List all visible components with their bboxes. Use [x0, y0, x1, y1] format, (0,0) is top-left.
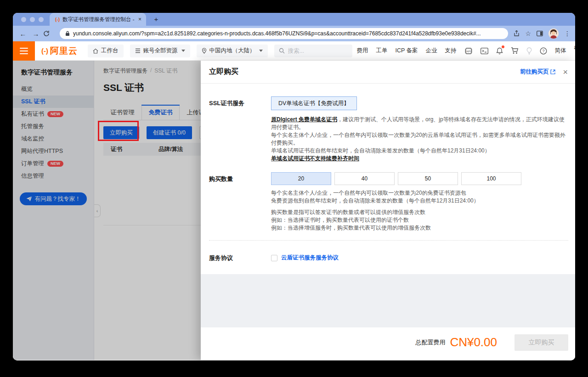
account-username: ali110508 [574, 44, 575, 51]
console-content: 数字证书管理服务 概览 SSL 证书 私有证书NEW 托管服务 域名监控 网站代… [13, 61, 575, 360]
close-window-button[interactable] [21, 17, 26, 22]
url-bar[interactable]: yundun.console.aliyun.com/?spm=a2c1d.825… [60, 28, 508, 39]
external-link-icon [550, 69, 555, 74]
browser-menu-icon[interactable]: ⋮ [564, 30, 571, 37]
quantity-note-3: 购买数量是指可以签发证书的数量或者可以提供的增值服务次数 [271, 208, 521, 216]
account-info[interactable]: ali110508 主账号 [574, 44, 575, 57]
digicert-link[interactable]: 原DIgicert 免费单域名证书 [271, 116, 337, 123]
aliyun-logo[interactable]: (-) 阿里云 [35, 45, 82, 57]
desc-line-3: 单域名试用证书在自然年结束时，会自动清除未签发的数量（每个自然年12月31日24… [271, 147, 568, 155]
zoom-window-button[interactable] [39, 17, 44, 22]
close-tab-icon[interactable]: × [137, 16, 142, 23]
share-icon[interactable] [514, 30, 520, 37]
go-to-buy-page-link[interactable]: 前往购买页 [520, 68, 556, 76]
region-selector-dropdown[interactable]: 中国内地（大陆） [197, 45, 268, 57]
resources-label: 账号全部资源 [143, 47, 178, 55]
nav-enterprise-link[interactable]: 企业 [426, 47, 437, 55]
quantity-notes: 每个实名主体个人/企业，一个自然年内可以领取一次数量为20的免费证书资源包 免费… [271, 189, 521, 232]
browser-window: (-) 数字证书管理服务管理控制台 - S × + ← → yundun.con… [13, 13, 575, 360]
quantity-option-50[interactable]: 50 [398, 172, 458, 185]
language-switch[interactable]: 简体 [555, 47, 566, 55]
cloudshell-terminal-icon[interactable] [481, 48, 488, 54]
svg-text:API: API [466, 50, 470, 52]
workbench-button[interactable]: 工作台 [88, 45, 124, 57]
buy-now-drawer: 立即购买 前往购买页 × SSL证书服务 DV单域名证书【免费试用】 [201, 61, 575, 360]
minimize-window-button[interactable] [30, 17, 35, 22]
quantity-note-5: 例如：当选择增值服务时，购买数量代表可以使用的增值服务次数 [271, 224, 521, 232]
agreement-link[interactable]: 云盾证书服务服务协议 [281, 254, 339, 262]
notification-badge [502, 45, 504, 48]
forward-icon[interactable]: → [30, 30, 41, 38]
resources-list-icon [135, 48, 141, 53]
console-topnav: (-) 阿里云 工作台 账号全部资源 中国内地（大陆） [13, 41, 575, 61]
nav-billing-link[interactable]: 费用 [357, 47, 368, 55]
ssl-service-row: SSL证书服务 DV单域名证书【免费试用】 原DIgicert 免费单域名证书，… [209, 96, 568, 163]
agreement-label: 服务协议 [209, 251, 271, 262]
quantity-option-20[interactable]: 20 [271, 172, 331, 185]
modal-mask[interactable] [13, 61, 201, 360]
browser-profile-avatar[interactable] [548, 28, 559, 39]
quantity-label: 购买数量 [209, 172, 271, 232]
chevron-down-icon [259, 50, 263, 52]
workbench-label: 工作台 [101, 47, 119, 55]
account-resources-dropdown[interactable]: 账号全部资源 [130, 45, 190, 57]
total-cost-value: CN¥0.00 [450, 335, 497, 349]
back-icon[interactable]: ← [17, 30, 28, 38]
new-tab-button[interactable]: + [152, 15, 161, 24]
refresh-icon[interactable] [43, 30, 54, 37]
lock-icon [65, 31, 70, 36]
selected-certificate-option[interactable]: DV单域名证书【免费试用】 [271, 96, 357, 110]
quantity-option-100[interactable]: 100 [461, 172, 521, 185]
dotted-divider [209, 240, 568, 241]
search-input[interactable] [288, 48, 348, 54]
browser-tab[interactable]: (-) 数字证书管理服务管理控制台 - S × [50, 13, 146, 26]
search-icon [279, 48, 285, 54]
ssl-service-label: SSL证书服务 [209, 96, 271, 163]
nav-support-link[interactable]: 支持 [445, 47, 457, 55]
quantity-field: 20 40 50 100 每个实名主体个人/企业，一个自然年内可以领取一次数量为… [271, 172, 521, 232]
window-traffic-lights[interactable] [21, 17, 44, 22]
help-icon[interactable]: ? [540, 47, 547, 55]
browser-tabstrip: (-) 数字证书管理服务管理控制台 - S × + [13, 13, 575, 26]
quantity-note-4: 例如：当选择证书时，购买数量代表可以使用的证书个数 [271, 216, 521, 224]
aliyun-console-page: (-) 阿里云 工作台 账号全部资源 中国内地（大陆） [13, 41, 575, 360]
url-text: yundun.console.aliyun.com/?spm=a2c1d.825… [73, 30, 481, 37]
drawer-title: 立即购买 [209, 67, 238, 77]
desc-line-1: 原DIgicert 免费单域名证书，建议用于测试、个人试用等场景，org、jp等… [271, 116, 568, 131]
drawer-buy-now-button[interactable]: 立即购买 [514, 334, 568, 351]
aliyun-logo-icon: (-) [41, 47, 48, 55]
aliyun-favicon-icon: (-) [55, 17, 60, 22]
desc-line-4: 单域名试用证书不支持续费补齐时间 [271, 155, 568, 163]
drawer-header: 立即购买 前往购买页 × [201, 61, 575, 84]
total-cost-label: 总配置费用 [415, 338, 445, 347]
quantity-note-2: 免费资源包到自然年结束时，会自动清除未签发的数量（每个自然年12月31日24:0… [271, 197, 521, 205]
aliyun-logo-text: 阿里云 [50, 45, 78, 57]
cart-icon[interactable] [511, 47, 519, 54]
quantity-option-40[interactable]: 40 [334, 172, 395, 185]
go-to-buy-page-label: 前往购买页 [520, 68, 549, 76]
agreement-checkbox[interactable] [271, 255, 277, 261]
close-drawer-icon[interactable]: × [563, 68, 568, 76]
notifications-bell-icon[interactable] [496, 47, 503, 55]
agreement-row: 服务协议 云盾证书服务服务协议 [209, 251, 568, 262]
products-menu-button[interactable] [13, 41, 35, 61]
api-icon[interactable]: API [464, 47, 473, 55]
service-description: 原DIgicert 免费单域名证书，建议用于测试、个人试用等场景，org、jp等… [271, 116, 568, 163]
tab-title: 数字证书管理服务管理控制台 - S [62, 16, 135, 23]
annotation-highlight-box [98, 121, 139, 141]
chevron-down-icon [181, 50, 185, 52]
nav-icp-link[interactable]: ICP 备案 [396, 47, 418, 55]
quantity-options: 20 40 50 100 [271, 172, 521, 185]
quantity-note-1: 每个实名主体个人/企业，一个自然年内可以领取一次数量为20的免费证书资源包 [271, 189, 521, 197]
home-icon [93, 48, 98, 54]
lightbulb-icon[interactable] [526, 47, 532, 55]
bookmark-star-icon[interactable]: ☆ [525, 30, 531, 37]
console-search[interactable] [274, 45, 352, 57]
split-view-icon[interactable] [537, 31, 543, 36]
ssl-service-field: DV单域名证书【免费试用】 原DIgicert 免费单域名证书，建议用于测试、个… [271, 96, 568, 163]
browser-toolbar: ← → yundun.console.aliyun.com/?spm=a2c1d… [13, 26, 575, 41]
quantity-row: 购买数量 20 40 50 100 每个实名主体个人/企业，一个自然年内可以领取… [209, 172, 568, 232]
nav-tickets-link[interactable]: 工单 [376, 47, 388, 55]
drawer-body: SSL证书服务 DV单域名证书【免费试用】 原DIgicert 免费单域名证书，… [201, 84, 575, 262]
drawer-footer: 总配置费用 CN¥0.00 立即购买 [201, 327, 575, 360]
